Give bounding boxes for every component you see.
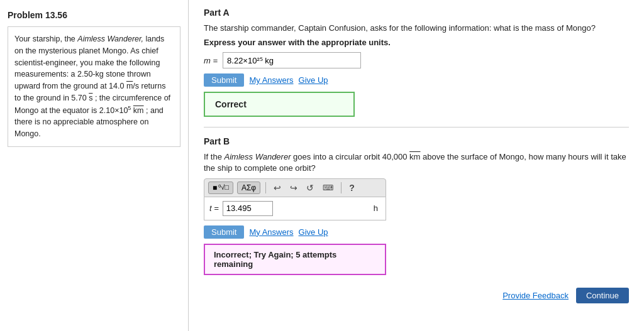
fraction-button[interactable]: ■ ⁰√□ xyxy=(208,182,233,194)
part-a-input[interactable] xyxy=(223,52,361,68)
fraction-icon: ■ xyxy=(213,183,217,192)
redo-button[interactable]: ↪ xyxy=(287,182,300,194)
alpha-label: ΑΣφ xyxy=(242,183,256,192)
undo-button[interactable]: ↩ xyxy=(271,182,284,194)
part-b-submit-button[interactable]: Submit xyxy=(204,225,244,239)
problem-title: Problem 13.56 xyxy=(8,10,180,20)
part-b-button-row: Submit My Answers Give Up xyxy=(204,225,629,239)
part-b-math-label: t = xyxy=(209,203,219,213)
toolbar-separator-1 xyxy=(265,182,266,193)
part-b-result-box: Incorrect; Try Again; 5 attempts remaini… xyxy=(204,244,386,275)
main-content: Part A The starship commander, Captain C… xyxy=(189,0,644,331)
part-b-title: Part B xyxy=(204,136,629,146)
continue-button[interactable]: Continue xyxy=(576,288,629,303)
part-a-description: The starship commander, Captain Confusio… xyxy=(204,23,629,34)
help-button[interactable]: ? xyxy=(347,182,357,194)
problem-description: Your starship, the Aimless Wanderer, lan… xyxy=(8,26,180,147)
part-a-answer-row: m = xyxy=(204,52,629,68)
refresh-button[interactable]: ↺ xyxy=(304,182,316,194)
alpha-button[interactable]: ΑΣφ xyxy=(237,182,260,194)
part-a-title: Part A xyxy=(204,8,629,18)
part-b-description: If the Aimless Wanderer goes into a circ… xyxy=(204,151,629,174)
part-b-toolbar: ■ ⁰√□ ΑΣφ ↩ ↪ ↺ ⌨ ? xyxy=(204,178,386,197)
part-b-my-answers-button[interactable]: My Answers xyxy=(249,227,293,237)
toolbar-separator-2 xyxy=(341,182,341,193)
part-a-give-up-button[interactable]: Give Up xyxy=(299,75,328,85)
part-a-submit-button[interactable]: Submit xyxy=(204,73,244,87)
part-b-section: Part B If the Aimless Wanderer goes into… xyxy=(204,136,629,274)
provide-feedback-button[interactable]: Provide Feedback xyxy=(502,291,569,300)
express-label: Express your answer with the appropriate… xyxy=(204,38,629,47)
part-a-result-box: Correct xyxy=(204,92,355,117)
part-a-math-label: m = xyxy=(204,56,218,65)
part-b-give-up-button[interactable]: Give Up xyxy=(299,227,328,237)
footer-row: Provide Feedback Continue xyxy=(204,288,629,303)
part-b-input-area: t = h xyxy=(204,197,386,220)
section-divider xyxy=(204,127,629,128)
part-a-section: Part A The starship commander, Captain C… xyxy=(204,8,629,117)
keyboard-button[interactable]: ⌨ xyxy=(320,182,336,193)
part-a-my-answers-button[interactable]: My Answers xyxy=(249,75,293,85)
sqrt-icon: ⁰√□ xyxy=(218,183,229,192)
part-b-unit-label: h xyxy=(374,203,380,213)
part-b-input[interactable] xyxy=(223,201,273,216)
part-a-button-row: Submit My Answers Give Up xyxy=(204,73,629,87)
sidebar: Problem 13.56 Your starship, the Aimless… xyxy=(0,0,189,331)
